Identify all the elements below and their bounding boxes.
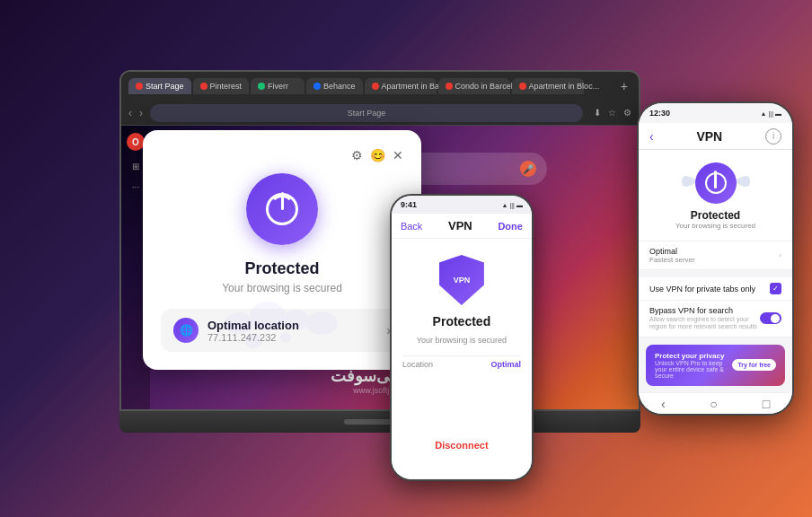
browser-tabs: Start Page Pinterest Fiverr Behance: [128, 78, 613, 94]
vpn-emoji-icon[interactable]: 😊: [370, 148, 385, 162]
address-text: Start Page: [348, 109, 386, 118]
tab-icon-pinterest: [200, 83, 207, 90]
vpn-status-title: Protected: [161, 259, 403, 278]
phone-center-back-btn[interactable]: Back: [401, 221, 422, 232]
tab-label-fiverr: Fiverr: [268, 82, 288, 91]
setting-bypass-sub: Allow search engines to detect your regi…: [649, 316, 757, 331]
phone-shield: VPN: [435, 253, 489, 307]
settings-gap-1: [639, 270, 792, 277]
phone-right-back-btn[interactable]: ‹: [649, 129, 654, 144]
phone-right-signals: ▲ ||| ▬: [761, 110, 781, 117]
opera-logo: O: [127, 133, 145, 151]
svg-point-4: [244, 334, 261, 348]
address-bar[interactable]: Start Page: [150, 104, 583, 122]
browser-tab-apt2[interactable]: Apartment in Bloc...: [512, 78, 584, 94]
address-bar-row: ‹ › Start Page ⬇ ☆ ⚙: [121, 101, 639, 126]
promo-banner: Protect your privacy Unlock VPN Pro to k…: [646, 345, 785, 386]
sidebar-more-icon: ···: [132, 182, 139, 192]
phone-center-screen: 9:41 ▲ ||| ▬ Back VPN Done VPN: [392, 196, 532, 479]
tab-label-start: Start Page: [146, 82, 184, 91]
search-mic-icon[interactable]: 🎤: [520, 161, 536, 177]
phone-center: 9:41 ▲ ||| ▬ Back VPN Done VPN: [390, 194, 534, 481]
phone-center-time: 9:41: [401, 200, 417, 209]
phone-center-status-bar: 9:41 ▲ ||| ▬: [392, 196, 532, 214]
phone-right-power-area: [689, 161, 743, 206]
forward-button[interactable]: ›: [139, 107, 143, 119]
bottom-home-icon[interactable]: ○: [710, 397, 717, 411]
svg-point-1: [250, 302, 286, 330]
setting-optimal[interactable]: Optimal Fastest server ›: [639, 241, 792, 270]
phone-right-time: 12:30: [649, 109, 670, 118]
browser-tab-pinterest[interactable]: Pinterest: [193, 78, 250, 94]
phone-center-nav: Back VPN Done: [392, 214, 532, 239]
vpn-close-icon[interactable]: ✕: [393, 148, 403, 162]
shield-text: VPN: [454, 276, 471, 285]
tab-icon-behance: [313, 83, 321, 90]
phone-center-title: VPN: [448, 219, 472, 232]
battery-icon: ▬: [516, 202, 523, 208]
vpn-popup: ⚙ 😊 ✕ Protected Your browsing is secured…: [143, 130, 421, 370]
vpn-power-button[interactable]: [246, 173, 318, 245]
tab-label-pinterest: Pinterest: [210, 82, 243, 91]
phone-right-title: VPN: [696, 129, 722, 144]
browser-tab-start[interactable]: Start Page: [128, 78, 191, 94]
right-signal-icon: |||: [769, 110, 773, 117]
phone-right-vpn-sub: Your browsing is secured: [675, 222, 755, 230]
setting-bypass-info: Bypass VPN for search Allow search engin…: [649, 306, 757, 331]
promo-try-btn[interactable]: Try for free: [732, 359, 776, 371]
setting-bypass-vpn[interactable]: Bypass VPN for search Allow search engin…: [639, 301, 792, 337]
phone-center-done-btn[interactable]: Done: [498, 221, 523, 232]
tab-icon-fiverr: [258, 83, 265, 90]
phone-right-power-btn[interactable]: [695, 162, 737, 204]
setting-optimal-arrow: ›: [779, 251, 781, 259]
tab-icon-condo: [446, 83, 453, 90]
bookmark-icon[interactable]: ☆: [608, 108, 616, 118]
promo-title: Protect your privacy: [655, 352, 725, 360]
phone-right-bottom-nav: ‹ ○ □: [639, 392, 792, 414]
bypass-vpn-toggle[interactable]: [760, 312, 781, 324]
browser-tab-condo[interactable]: Condo in Barcelon...: [438, 78, 510, 94]
settings-gap-2: [639, 337, 792, 345]
download-icon: ⬇: [594, 108, 601, 118]
world-map: [152, 291, 412, 363]
tab-icon-apt1: [372, 83, 379, 90]
vpn-popup-header: ⚙ 😊 ✕: [161, 148, 403, 162]
tab-icon-apt2: [519, 83, 526, 90]
phone-center-location-value: Optimal: [490, 360, 521, 369]
phone-right-screen: 12:30 ▲ ||| ▬ ‹ VPN i: [639, 103, 792, 414]
phone-right: 12:30 ▲ ||| ▬ ‹ VPN i: [637, 101, 794, 416]
svg-point-5: [280, 332, 292, 342]
right-wifi-icon: ▲: [761, 110, 767, 117]
browser-tab-apt1[interactable]: Apartment in Barc...: [365, 78, 437, 94]
setting-private-tabs[interactable]: Use VPN for private tabs only ✓: [639, 277, 792, 301]
browser-tab-fiverr[interactable]: Fiverr: [251, 78, 304, 94]
back-button[interactable]: ‹: [128, 107, 132, 119]
phone-right-status-bar: 12:30 ▲ ||| ▬: [639, 103, 792, 123]
svg-point-3: [305, 311, 337, 335]
phone-center-content: VPN Protected Your browsing is secured L…: [392, 239, 532, 479]
settings-icon-browser[interactable]: ⚙: [623, 108, 631, 118]
vpn-settings-icon[interactable]: ⚙: [351, 148, 363, 162]
scene: Start Page Pinterest Fiverr Behance: [0, 0, 812, 517]
svg-point-0: [225, 312, 253, 334]
tab-label-behance: Behance: [323, 82, 356, 91]
phone-center-vpn-sub: Your browsing is secured: [417, 336, 507, 345]
phone-right-info-btn[interactable]: i: [765, 128, 781, 145]
browser-tab-behance[interactable]: Behance: [306, 78, 363, 94]
phone-right-vpn-status: Protected: [691, 209, 740, 222]
setting-private-tabs-label: Use VPN for private tabs only: [649, 285, 766, 294]
phone-center-location-label: Location: [402, 360, 433, 369]
power-notch: [269, 195, 295, 220]
sidebar-apps-icon: ⊞: [132, 162, 139, 171]
promo-sub: Unlock VPN Pro to keep your entire devic…: [655, 360, 725, 379]
bottom-back-icon[interactable]: ‹: [661, 397, 666, 411]
setting-optimal-sublabel: Fastest server: [649, 256, 695, 264]
setting-bypass-label: Bypass VPN for search: [649, 306, 757, 315]
bottom-recent-icon[interactable]: □: [763, 397, 770, 411]
add-tab-btn[interactable]: +: [617, 79, 631, 93]
private-tabs-checkbox[interactable]: ✓: [770, 283, 781, 294]
phone-center-disconnect-btn[interactable]: Disconnect: [435, 440, 488, 465]
shield-shape: VPN: [439, 255, 484, 305]
phone-right-nav: ‹ VPN i: [639, 123, 792, 150]
tab-icon-start: [136, 83, 143, 90]
